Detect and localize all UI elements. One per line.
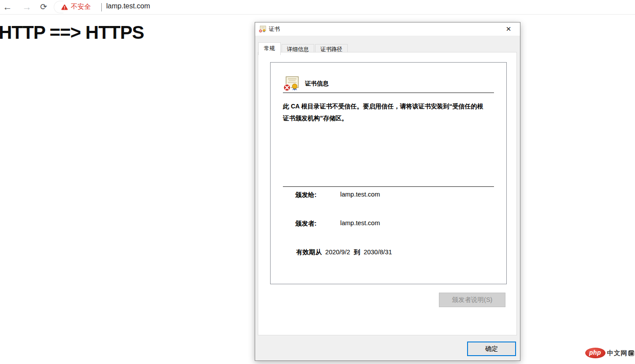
certificate-error-icon (283, 76, 299, 91)
issued-by-value: lamp.test.com (340, 219, 380, 227)
certificate-info-panel: 证书信息 此 CA 根目录证书不受信任。要启用信任，请将该证书安装到“受信任的根… (270, 62, 507, 284)
browser-toolbar: ← → ⟳ 不安全 lamp.test.com (0, 0, 635, 15)
warning-triangle-icon[interactable] (61, 4, 68, 10)
certificate-info-heading: 证书信息 (305, 80, 329, 88)
divider (283, 93, 494, 93)
trust-warning-text: 此 CA 根目录证书不受信任。要启用信任，请将该证书安装到“受信任的根证书颁发机… (283, 100, 488, 124)
valid-from-value: 2020/9/2 (325, 249, 350, 256)
php-logo: php (585, 348, 605, 358)
back-icon[interactable]: ← (1, 0, 14, 15)
issued-to-label: 颁发给: (295, 191, 316, 199)
valid-to-value: 2030/8/31 (364, 249, 392, 256)
certificate-icon (259, 26, 266, 33)
issuer-statement-button: 颁发者说明(S) (439, 293, 505, 307)
valid-to-label: 到 (354, 249, 360, 256)
dialog-titlebar[interactable]: 证书 ✕ (255, 22, 520, 36)
forward-icon: → (20, 0, 33, 15)
tab-page-general: 证书信息 此 CA 根目录证书不受信任。要启用信任，请将该证书安装到“受信任的根… (258, 52, 517, 335)
site-watermark: php 中文网 (585, 348, 635, 358)
valid-from-label: 有效期从 (296, 249, 322, 256)
validity-row: 有效期从 2020/9/2 到 2030/8/31 (296, 248, 392, 257)
close-icon[interactable]: ✕ (501, 24, 516, 34)
tab-general[interactable]: 常规 (258, 42, 281, 55)
omnibox-separator (101, 3, 102, 11)
refresh-icon[interactable]: ⟳ (37, 0, 50, 15)
issued-by-label: 颁发者: (295, 219, 316, 228)
ok-button[interactable]: 确定 (467, 342, 516, 356)
issued-to-value: lamp.test.com (340, 191, 380, 198)
dialog-title: 证书 (269, 26, 280, 33)
page-title: HTTP ==> HTTPS (0, 22, 144, 43)
certificate-dialog: 证书 ✕ 常规 详细信息 证书路径 证书信息 (255, 22, 520, 361)
cn-icon (628, 350, 634, 356)
watermark-site-text: 中文网 (607, 349, 628, 357)
security-status-label[interactable]: 不安全 (71, 3, 91, 11)
divider (283, 186, 494, 187)
url-text[interactable]: lamp.test.com (106, 2, 150, 10)
